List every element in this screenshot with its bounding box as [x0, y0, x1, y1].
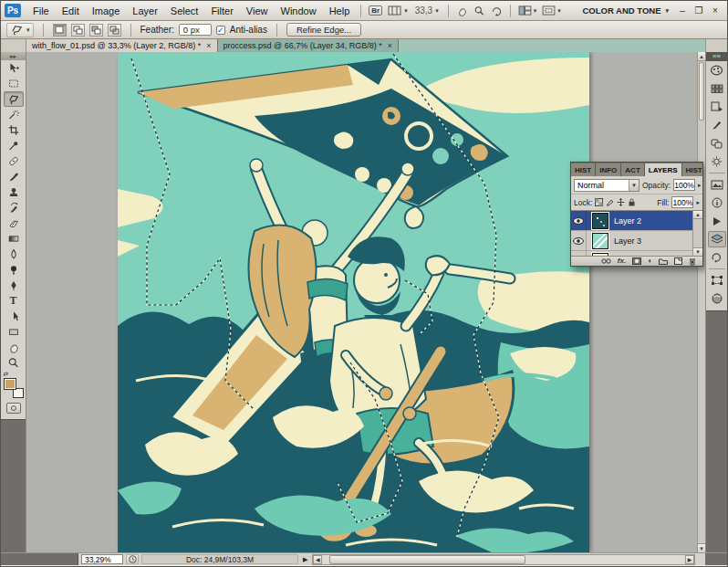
scroll-right-icon[interactable]: ▶ — [685, 555, 694, 564]
scroll-up-icon[interactable]: ▲ — [698, 52, 705, 61]
adjustments-panel-button[interactable] — [708, 153, 726, 170]
new-layer-button[interactable] — [674, 257, 682, 265]
menu-window[interactable]: Window — [275, 3, 323, 19]
vertical-scrollbar[interactable]: ▲ ▼ — [697, 52, 705, 552]
dodge-tool[interactable] — [4, 262, 24, 278]
scrollbar-thumb[interactable] — [699, 62, 704, 121]
feather-input[interactable]: 0 px — [179, 24, 212, 36]
hand-tool-button[interactable] — [453, 5, 471, 17]
menu-file[interactable]: File — [26, 3, 56, 19]
menu-filter[interactable]: Filter — [204, 3, 239, 19]
intersect-selection-mode-button[interactable] — [108, 24, 121, 37]
eraser-tool[interactable] — [4, 215, 24, 231]
add-mask-button[interactable] — [632, 257, 641, 265]
arrange-documents-button[interactable]: ▾ — [515, 5, 540, 16]
bridge-button[interactable]: Br — [366, 5, 385, 16]
refine-edge-button[interactable]: Refine Edge... — [286, 23, 361, 37]
close-button[interactable]: × — [709, 5, 722, 16]
swap-colors-icon[interactable]: ⇄ — [4, 371, 9, 378]
history-brush-tool[interactable] — [4, 200, 24, 215]
horizontal-scrollbar[interactable]: ◀ ▶ — [312, 554, 695, 565]
tool-preset-picker[interactable]: ▾ — [6, 23, 34, 37]
layer-name[interactable]: Layer 3 — [614, 236, 641, 246]
rectangle-shape-tool[interactable] — [4, 324, 24, 340]
dock-collapse-button[interactable]: «« — [706, 52, 727, 61]
eyedropper-tool[interactable] — [4, 138, 24, 153]
character-panel-button[interactable] — [708, 272, 726, 289]
foreground-color-swatch[interactable] — [4, 378, 16, 390]
layer-thumbnail[interactable] — [592, 213, 608, 229]
zoom-tool[interactable] — [4, 355, 24, 371]
tab-history[interactable]: HIST — [682, 163, 702, 176]
path-selection-tool[interactable] — [4, 309, 24, 324]
gradient-tool[interactable] — [4, 231, 24, 247]
scroll-up-icon[interactable]: ▲ — [693, 211, 702, 219]
info-panel-button[interactable] — [708, 194, 726, 211]
canvas[interactable] — [118, 52, 589, 552]
link-layers-button[interactable] — [601, 258, 611, 264]
fill-input[interactable]: 100% — [671, 196, 693, 208]
history-panel-button[interactable] — [708, 249, 726, 266]
tab-actions[interactable]: ACT — [621, 163, 644, 176]
brushes-panel-button[interactable] — [708, 117, 726, 133]
view-extras-button[interactable]: ▾ — [385, 5, 411, 16]
actions-panel-button[interactable] — [708, 213, 726, 229]
quick-mask-button[interactable] — [6, 403, 21, 414]
zoom-tool-button[interactable] — [471, 5, 488, 17]
close-icon[interactable]: × — [388, 41, 392, 50]
masks-panel-button[interactable] — [708, 176, 726, 193]
visibility-toggle[interactable] — [571, 231, 587, 250]
blur-tool[interactable] — [4, 247, 24, 262]
lock-all-icon[interactable] — [628, 198, 636, 206]
screen-mode-button[interactable]: ▾ — [539, 5, 564, 16]
clone-source-panel-button[interactable] — [708, 135, 726, 152]
scroll-down-icon[interactable]: ▼ — [693, 247, 702, 256]
zoom-level-control[interactable]: 33,3 ▾ — [411, 5, 443, 16]
move-tool[interactable] — [4, 60, 24, 76]
lasso-tool[interactable] — [4, 91, 24, 107]
color-panel-button[interactable] — [708, 62, 726, 79]
layer-row-partial[interactable] — [571, 251, 702, 256]
tab-info[interactable]: INFO — [596, 163, 621, 176]
scrollbar-track[interactable] — [322, 555, 685, 564]
hand-tool[interactable] — [4, 340, 24, 355]
tab-histogram[interactable]: HIST — [571, 163, 596, 176]
layers-scrollbar[interactable]: ▲ ▼ — [692, 211, 702, 256]
healing-brush-tool[interactable] — [4, 153, 24, 169]
tab-proccess[interactable]: proccess.psd @ 66,7% (Layer 34, RGB/8) *… — [218, 39, 399, 52]
layer-style-button[interactable]: fx. — [618, 257, 626, 265]
layer-row-layer-3[interactable]: Layer 3 — [571, 231, 702, 251]
delete-layer-button[interactable] — [689, 257, 696, 266]
fill-slider-arrow[interactable]: ▸ — [696, 199, 700, 206]
minimize-button[interactable]: – — [676, 5, 689, 16]
menu-layer[interactable]: Layer — [126, 3, 164, 19]
blend-mode-select[interactable]: Normal ▼ — [574, 179, 640, 192]
status-menu-arrow-icon[interactable]: ▶ — [298, 556, 312, 563]
tab-layers[interactable]: LAYERS — [645, 163, 682, 176]
scroll-left-icon[interactable]: ◀ — [313, 555, 322, 564]
brush-tool[interactable] — [4, 169, 24, 184]
menu-image[interactable]: Image — [86, 3, 127, 19]
scroll-down-icon[interactable]: ▼ — [698, 543, 705, 552]
menu-view[interactable]: View — [240, 3, 275, 19]
add-selection-mode-button[interactable] — [71, 24, 85, 37]
menu-edit[interactable]: Edit — [56, 3, 86, 19]
swatches-panel-button[interactable] — [708, 80, 726, 97]
type-tool[interactable]: T — [4, 293, 24, 309]
layers-panel-button[interactable] — [708, 231, 726, 247]
adjustment-layer-button[interactable]: ◐ — [648, 257, 652, 265]
tools-collapse-button[interactable]: ▸▸ — [1, 52, 26, 60]
app-icon[interactable]: Ps — [5, 4, 21, 17]
menu-help[interactable]: Help — [323, 3, 357, 19]
anti-alias-checkbox[interactable]: ✓ — [216, 26, 225, 35]
scrollbar-thumb[interactable] — [329, 555, 525, 564]
layer-thumbnail[interactable] — [592, 233, 608, 249]
layer-name[interactable]: Layer 2 — [614, 216, 641, 226]
rotate-view-button[interactable] — [488, 5, 505, 17]
workspace-switcher[interactable]: COLOR AND TONE ▾ — [575, 5, 676, 16]
status-options-button[interactable] — [126, 554, 139, 564]
lock-pixels-icon[interactable] — [606, 198, 614, 206]
crop-tool[interactable] — [4, 122, 24, 138]
close-icon[interactable]: × — [206, 41, 211, 50]
document-size-readout[interactable]: Doc: 24,9M/103,3M — [141, 554, 298, 564]
